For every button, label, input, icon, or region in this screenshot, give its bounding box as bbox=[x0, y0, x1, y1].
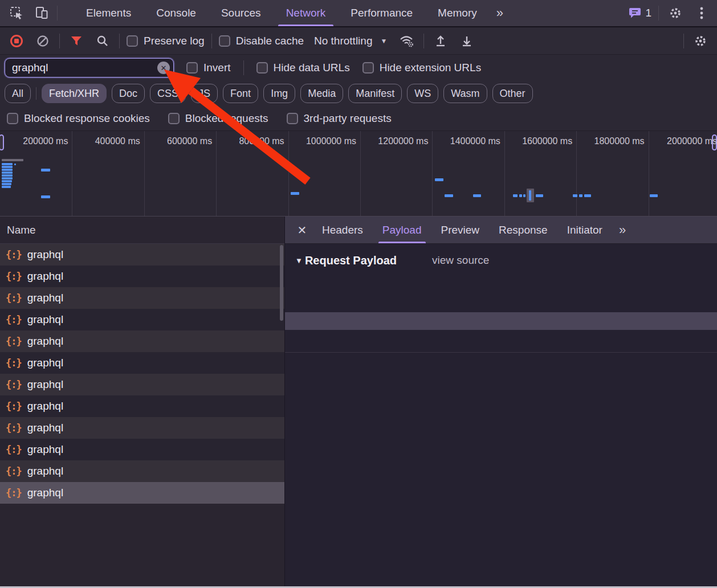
settings-gear-icon[interactable] bbox=[666, 3, 685, 23]
json-request-icon: {:} bbox=[6, 379, 22, 390]
tab-sources[interactable]: Sources bbox=[209, 0, 274, 26]
checkbox-box bbox=[362, 62, 374, 74]
more-detail-tabs-icon[interactable]: » bbox=[612, 223, 632, 238]
filter-input-wrap: ✕ bbox=[5, 58, 174, 77]
tab-console[interactable]: Console bbox=[144, 0, 209, 26]
search-icon[interactable] bbox=[93, 31, 112, 51]
third-party-requests-checkbox[interactable]: 3rd-party requests bbox=[287, 112, 392, 125]
import-har-icon[interactable] bbox=[431, 31, 450, 51]
close-details-icon[interactable]: ✕ bbox=[292, 217, 312, 244]
waterfall-bar bbox=[529, 190, 531, 201]
filter-chip-js[interactable]: JS bbox=[191, 84, 218, 103]
request-row[interactable]: {:}graphql bbox=[0, 309, 284, 330]
hide-extension-urls-checkbox[interactable]: Hide extension URLs bbox=[362, 62, 481, 74]
tab-performance[interactable]: Performance bbox=[338, 0, 425, 26]
filter-chip-ws[interactable]: WS bbox=[407, 84, 438, 103]
divider bbox=[36, 87, 36, 100]
filter-funnel-icon[interactable] bbox=[67, 31, 86, 51]
divider bbox=[658, 6, 659, 21]
filter-chip-wasm[interactable]: Wasm bbox=[443, 84, 487, 103]
request-row[interactable]: {:}graphql bbox=[0, 395, 284, 417]
filter-chip-fetch-xhr[interactable]: Fetch/XHR bbox=[42, 84, 107, 103]
export-har-icon[interactable] bbox=[457, 31, 476, 51]
filter-chip-media[interactable]: Media bbox=[300, 84, 343, 103]
detail-tab-preview[interactable]: Preview bbox=[431, 217, 490, 243]
request-row[interactable]: {:}graphql bbox=[0, 244, 284, 266]
detail-tab-headers[interactable]: Headers bbox=[312, 217, 373, 243]
request-name: graphql bbox=[27, 248, 63, 261]
waterfall-bar bbox=[579, 194, 582, 197]
waterfall-bar bbox=[435, 178, 443, 181]
request-row[interactable]: {:}graphql bbox=[0, 482, 284, 504]
payload-query-line-selected[interactable]: query: "query ipFlowTimeseries($accountT… bbox=[285, 312, 717, 330]
preserve-log-checkbox[interactable]: Preserve log bbox=[127, 35, 205, 47]
request-name: graphql bbox=[27, 378, 63, 391]
issues-badge[interactable]: 1 bbox=[629, 7, 651, 19]
request-list-scrollbar[interactable] bbox=[280, 245, 283, 321]
checkbox-box bbox=[7, 113, 18, 124]
devtools-tabbar: ElementsConsoleSourcesNetworkPerformance… bbox=[0, 0, 717, 27]
throttling-select[interactable]: No throttling ▼ bbox=[311, 35, 390, 47]
record-network-log-button[interactable] bbox=[7, 31, 26, 51]
filter-chip-font[interactable]: Font bbox=[223, 84, 258, 103]
blocked-requests-checkbox[interactable]: Blocked requests bbox=[168, 112, 268, 125]
filter-chip-css[interactable]: CSS bbox=[150, 84, 186, 103]
kebab-menu-icon[interactable] bbox=[692, 3, 711, 23]
tab-network[interactable]: Network bbox=[274, 0, 339, 26]
issues-count: 1 bbox=[645, 7, 651, 19]
view-source-link[interactable]: view source bbox=[432, 254, 489, 267]
filter-input[interactable] bbox=[5, 58, 174, 77]
third-party-requests-label: 3rd-party requests bbox=[304, 112, 392, 125]
json-request-icon: {:} bbox=[6, 271, 22, 282]
detail-tab-initiator[interactable]: Initiator bbox=[557, 217, 612, 243]
divider bbox=[683, 34, 684, 48]
device-toolbar-icon[interactable] bbox=[32, 3, 51, 23]
network-settings-gear-icon[interactable] bbox=[691, 31, 710, 51]
blocked-response-cookies-label: Blocked response cookies bbox=[24, 112, 150, 125]
waterfall-bar bbox=[2, 177, 13, 179]
tab-elements[interactable]: Elements bbox=[74, 0, 144, 26]
filter-chip-all[interactable]: All bbox=[5, 84, 31, 103]
request-row[interactable]: {:}graphql bbox=[0, 439, 284, 460]
request-row[interactable]: {:}graphql bbox=[0, 460, 284, 482]
request-details-panel: ✕ HeadersPayloadPreviewResponseInitiator… bbox=[285, 217, 717, 588]
inspect-element-icon[interactable] bbox=[7, 3, 26, 23]
detail-tabs-list: HeadersPayloadPreviewResponseInitiator bbox=[312, 217, 612, 243]
timeline-tick-label: 2000000 ms bbox=[667, 136, 717, 146]
clear-filter-icon[interactable]: ✕ bbox=[157, 62, 170, 74]
filter-chip-doc[interactable]: Doc bbox=[112, 84, 145, 103]
clear-network-log-button[interactable] bbox=[33, 31, 52, 51]
detail-tab-response[interactable]: Response bbox=[489, 217, 557, 243]
network-conditions-icon[interactable] bbox=[397, 31, 417, 51]
tab-memory[interactable]: Memory bbox=[425, 0, 490, 26]
filter-chip-img[interactable]: Img bbox=[263, 84, 295, 103]
hide-data-urls-checkbox[interactable]: Hide data URLs bbox=[256, 62, 350, 74]
request-row[interactable]: {:}graphql bbox=[0, 374, 284, 395]
timeline-gridline bbox=[649, 131, 649, 216]
request-name: graphql bbox=[27, 443, 63, 456]
waterfall-bar bbox=[650, 194, 658, 197]
waterfall-bar bbox=[2, 186, 11, 188]
waterfall-bar bbox=[2, 183, 11, 185]
json-request-icon: {:} bbox=[6, 249, 22, 260]
request-name: graphql bbox=[27, 292, 63, 304]
request-row[interactable]: {:}graphql bbox=[0, 287, 284, 309]
invert-checkbox[interactable]: Invert bbox=[186, 62, 231, 74]
request-row[interactable]: {:}graphql bbox=[0, 417, 284, 439]
request-row[interactable]: {:}graphql bbox=[0, 266, 284, 287]
detail-tab-payload[interactable]: Payload bbox=[373, 217, 431, 243]
disable-cache-checkbox[interactable]: Disable cache bbox=[219, 35, 304, 47]
payload-preview-line: ▼ {operationName: "ipFlowTimeseries", va… bbox=[285, 277, 717, 295]
filter-chip-manifest[interactable]: Manifest bbox=[348, 84, 402, 103]
waterfall-bar bbox=[523, 194, 525, 197]
blocked-response-cookies-checkbox[interactable]: Blocked response cookies bbox=[7, 112, 150, 125]
name-column-header[interactable]: Name bbox=[0, 217, 284, 244]
filter-chip-other[interactable]: Other bbox=[492, 84, 533, 103]
detail-tabs: ✕ HeadersPayloadPreviewResponseInitiator… bbox=[285, 217, 717, 244]
request-row[interactable]: {:}graphql bbox=[0, 330, 284, 352]
request-row[interactable]: {:}graphql bbox=[0, 352, 284, 374]
overview[interactable]: 200000 ms400000 ms600000 ms800000 ms1000… bbox=[0, 131, 717, 217]
more-panels-icon[interactable]: » bbox=[490, 6, 509, 21]
divider bbox=[285, 352, 717, 353]
collapse-section-icon[interactable]: ▼ bbox=[295, 256, 303, 265]
